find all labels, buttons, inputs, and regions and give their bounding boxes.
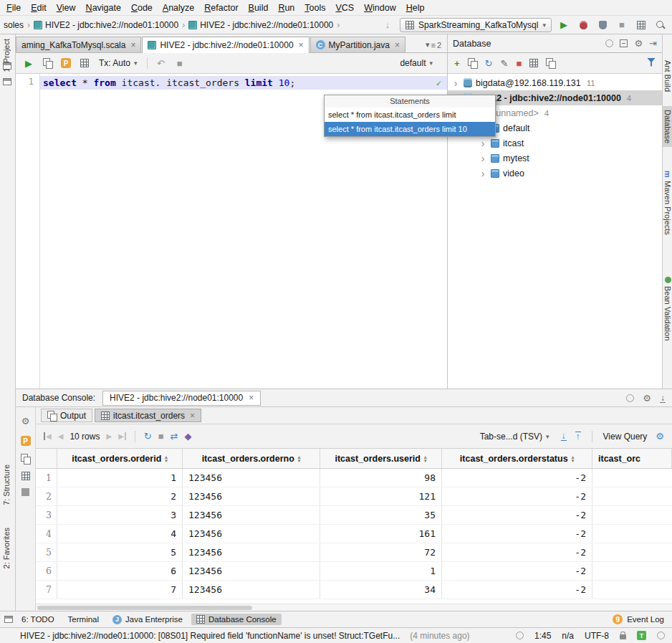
next-page-icon[interactable]: ▶ (106, 432, 112, 440)
table-row[interactable]: 4 4 123456 161 -2 (36, 525, 672, 543)
sort-icon[interactable]: ▴▾ (298, 455, 301, 462)
export-data-icon[interactable]: ↓ (561, 432, 567, 441)
menu-build[interactable]: Build (244, 1, 274, 15)
cell-orderno[interactable]: 123456 (183, 562, 320, 580)
diagram-icon[interactable] (546, 58, 555, 68)
cell-truncated[interactable] (592, 543, 672, 561)
cell-orderstatus[interactable]: -2 (442, 487, 592, 505)
cell-orderstatus[interactable]: -2 (442, 525, 592, 543)
sync-status-icon[interactable] (605, 39, 613, 47)
translation-icon[interactable]: T (637, 631, 646, 640)
menu-analyze[interactable]: Analyze (158, 1, 199, 15)
stop-button[interactable]: ■ (158, 429, 164, 444)
gear-icon[interactable]: ⚙ (634, 37, 643, 51)
cell-orderstatus[interactable]: -2 (442, 506, 592, 524)
cell-userid[interactable]: 35 (320, 506, 442, 524)
menu-vcs[interactable]: VCS (331, 1, 360, 15)
cell-truncated[interactable] (592, 469, 672, 487)
menu-window[interactable]: Window (359, 1, 400, 15)
run-button[interactable]: ▶ (557, 18, 571, 32)
cell-orderid[interactable]: 3 (57, 506, 183, 524)
background-tasks-icon[interactable] (516, 632, 524, 639)
cell-orderstatus[interactable]: -2 (442, 562, 592, 580)
run-configuration-select[interactable]: SparkStreaming_KafkaToMysql ▾ (400, 18, 552, 32)
hide-panel-icon[interactable]: ⇥ (649, 37, 657, 51)
filter-icon[interactable] (647, 58, 656, 67)
column-header-orderno[interactable]: itcast_orders.orderno ▴▾ (183, 449, 320, 468)
table-row[interactable]: 3 3 123456 35 -2 (36, 506, 672, 525)
close-icon[interactable]: × (299, 40, 304, 50)
cell-orderid[interactable]: 6 (57, 562, 183, 580)
transaction-mode-select[interactable]: Tx: Auto ▾ (96, 57, 140, 70)
cell-truncated[interactable] (592, 525, 672, 543)
encoding-indicator[interactable]: UTF-8 (585, 631, 609, 641)
tree-item-schema-mytest[interactable]: › mytest (448, 151, 662, 166)
column-header-orderid[interactable]: itcast_orders.orderid ▴▾ (57, 449, 183, 468)
schema-select[interactable]: default ▾ (397, 57, 436, 70)
breadcrumb-hive2-1[interactable]: HIVE2 - jdbc:hive2://node01:10000 (32, 19, 181, 32)
toolwindow-ant-build-button[interactable]: Ant Build (663, 60, 672, 92)
disconnect-button[interactable]: ■ (516, 56, 522, 70)
statement-option-1[interactable]: select * from itcast.itcast_orders limit (325, 108, 495, 122)
rollback-button[interactable]: ↶ (154, 56, 168, 70)
close-icon[interactable]: × (190, 411, 195, 421)
debug-button[interactable] (576, 18, 590, 32)
menu-help[interactable]: Help (401, 1, 430, 15)
tree-item-schema-itcast[interactable]: › itcast (448, 135, 662, 151)
add-datasource-button[interactable]: + (454, 56, 460, 70)
cell-truncated[interactable] (592, 581, 672, 599)
view-query-button[interactable]: View Query (603, 432, 648, 442)
first-page-icon[interactable]: ◀ (44, 432, 52, 440)
parameters-icon[interactable]: P (21, 436, 31, 446)
gear-icon[interactable]: ⚙ (643, 391, 651, 405)
help-icon[interactable] (626, 394, 634, 402)
window-icon[interactable] (3, 62, 11, 72)
close-icon[interactable]: × (249, 393, 254, 403)
copy-icon[interactable] (21, 454, 30, 464)
status-message[interactable]: HIVE2 - jdbc:hive2://node01:10000: [08S0… (20, 631, 400, 641)
chevron-right-icon[interactable]: › (479, 154, 487, 163)
result-table-tab[interactable]: itcast.itcast_orders × (95, 409, 201, 422)
cell-orderno[interactable]: 123456 (183, 525, 320, 543)
cell-truncated[interactable] (592, 562, 672, 580)
tree-item-schema-video[interactable]: › video (448, 166, 662, 181)
close-icon[interactable]: × (395, 40, 400, 50)
hidden-tabs-dropdown[interactable]: ▾ ≡ 2 (426, 40, 444, 52)
toolwindow-database-console-button[interactable]: Database Console (191, 614, 282, 625)
line-separator-indicator[interactable]: n/a (562, 631, 574, 641)
column-header-userid[interactable]: itcast_orders.userid ▴▾ (320, 449, 442, 468)
execute-button[interactable]: ▶ (21, 56, 36, 70)
toolwindow-java-enterprise-button[interactable]: J Java Enterprise (107, 614, 188, 626)
table-row[interactable]: 6 6 123456 1 -2 (36, 562, 672, 581)
edit-datasource-button[interactable]: ✎ (501, 56, 509, 70)
scrollbar-thumb[interactable] (37, 606, 252, 610)
synchronize-button[interactable]: ↻ (485, 56, 493, 70)
parameters-button[interactable]: P (59, 56, 73, 70)
cell-orderno[interactable]: 123456 (183, 469, 320, 487)
output-options-button[interactable] (77, 56, 92, 70)
cell-orderno[interactable]: 123456 (183, 543, 320, 561)
column-header-orderstatus[interactable]: itcast_orders.orderstatus ▴▾ (442, 449, 592, 468)
collapse-all-icon[interactable] (620, 39, 628, 47)
tree-item-bigdata-datasource[interactable]: › bigdata@192.168.119.131 11 (448, 75, 662, 90)
chevron-right-icon[interactable]: › (451, 79, 460, 87)
menu-tools[interactable]: Tools (299, 1, 330, 15)
cell-orderno[interactable]: 123456 (183, 581, 320, 599)
horizontal-scrollbar[interactable] (36, 604, 672, 611)
cell-orderid[interactable]: 1 (57, 469, 183, 487)
breadcrumb-consoles[interactable]: soles (1, 19, 26, 32)
cell-truncated[interactable] (592, 487, 672, 505)
menu-code[interactable]: Code (126, 1, 158, 15)
toolwindow-database-button[interactable]: Database (663, 106, 672, 147)
copy-to-clipboard-icon[interactable]: ↑ (575, 432, 581, 441)
sql-editor[interactable]: 1 select * from itcast. itcast_orders li… (16, 74, 447, 389)
duplicate-icon[interactable] (468, 58, 477, 68)
reload-page-button[interactable]: ↻ (144, 429, 152, 444)
menu-file[interactable]: File (1, 1, 26, 15)
compare-icon[interactable]: ⇄ (171, 429, 178, 444)
tab-mypartition-java[interactable]: C MyPartition.java × (310, 37, 405, 52)
cell-userid[interactable]: 1 (320, 562, 442, 580)
table-row[interactable]: 7 7 123456 34 -2 (36, 581, 672, 599)
dock-icon[interactable]: ↓ (660, 394, 666, 403)
grid-view-icon[interactable] (21, 472, 30, 480)
